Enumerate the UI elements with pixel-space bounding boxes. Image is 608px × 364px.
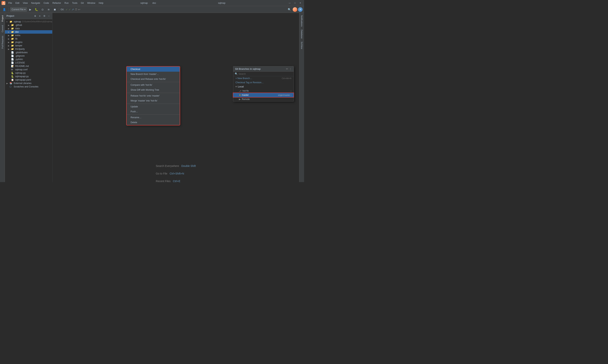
tree-item-label: .gitattributes xyxy=(15,51,27,54)
tree-item-gitattributes[interactable]: 📄 .gitattributes xyxy=(5,51,52,54)
ctx-menu-push[interactable]: Push… xyxy=(127,109,180,114)
git-undo-icon[interactable]: ↩ xyxy=(78,8,80,11)
git-clock-icon[interactable]: ⏱ xyxy=(75,8,77,11)
tree-item-github[interactable]: ▶ 📁 .github xyxy=(5,23,52,27)
debug-button[interactable]: 🐛 xyxy=(34,7,39,12)
tree-root-sqlmap[interactable]: ▾ 📁 sqlmap D:\SystemDefault\Mine\桌面\sqlm… xyxy=(5,20,52,23)
menu-view[interactable]: View xyxy=(21,1,29,5)
menu-code[interactable]: Code xyxy=(42,1,51,5)
menu-run[interactable]: Run xyxy=(63,1,70,5)
tree-item-license[interactable]: 📄 LICENSE xyxy=(5,61,52,65)
run-config-dropdown[interactable]: Current File ▾ xyxy=(10,7,27,12)
git-branches-panel: Git Branches in sqlmap ✏ ⋮ 🔍 + New Branc… xyxy=(233,66,294,102)
tree-item-scratches[interactable]: ⬡ Scratches and Consoles xyxy=(5,85,52,88)
ctx-menu-rebase[interactable]: Rebase 'hot-fix' onto 'master' xyxy=(127,93,180,98)
search-everywhere-shortcut[interactable]: Double Shift xyxy=(181,164,196,168)
expand-icon: ▶ xyxy=(8,31,11,33)
py-icon: 🐍 xyxy=(11,75,14,78)
local-section-header[interactable]: ▾ Local xyxy=(233,85,294,89)
ctx-menu-sep-1 xyxy=(127,82,180,82)
tree-item-label: sqlmap.py xyxy=(15,72,26,74)
notifications-button[interactable]: ! xyxy=(293,7,297,12)
tree-item-gitignore[interactable]: 📄 .gitignore xyxy=(5,54,52,58)
ctx-menu-checkout[interactable]: Checkout xyxy=(127,67,180,72)
tree-item-external-libraries[interactable]: ▶ 📚 External Libraries xyxy=(5,81,52,85)
tree-item-readme[interactable]: 📝 README.md xyxy=(5,65,52,68)
tree-item-label: thirdparty xyxy=(15,48,25,50)
search-everywhere-label: Search Everywhere xyxy=(156,164,179,168)
ctx-menu-checkout-rebase[interactable]: Checkout and Rebase onto 'hot-fix' xyxy=(127,77,180,81)
tree-item-tamper[interactable]: ▶ 📁 tamper xyxy=(5,44,52,47)
tree-item-sqlmap-conf[interactable]: ⚙ sqlmap.conf xyxy=(5,68,52,71)
new-branch-shortcut: Ctrl+Alt+N xyxy=(282,77,291,79)
tree-item-sqlmapapi-py[interactable]: 🐍 sqlmapapi.py xyxy=(5,75,52,78)
stop-button[interactable]: ⏹ xyxy=(52,7,57,12)
welcome-row-goto: Go to File Ctrl+Shift+N xyxy=(156,172,196,175)
git-branches-edit-icon[interactable]: ✏ xyxy=(286,67,288,70)
tree-item-sqlmapapi-yaml[interactable]: 📋 sqlmapapi.yaml xyxy=(5,78,52,81)
project-locate-button[interactable]: ⊕ xyxy=(33,14,37,18)
menu-window[interactable]: Window xyxy=(86,1,97,5)
folder-icon: 📁 xyxy=(11,34,14,37)
menu-tools[interactable]: Tools xyxy=(70,1,79,5)
minimize-button[interactable]: — xyxy=(287,1,292,5)
checkout-tag-action[interactable]: Checkout Tag or Revision… xyxy=(233,80,294,85)
tree-item-doc[interactable]: ▶ 📁 doc xyxy=(5,30,52,34)
menu-file[interactable]: File xyxy=(7,1,13,5)
recent-files-label: Recent Files xyxy=(156,180,171,182)
menu-edit[interactable]: Edit xyxy=(14,1,21,5)
tree-item-extra[interactable]: ▶ 📁 extra xyxy=(5,34,52,37)
tree-item-pylintrc[interactable]: 📄 .pylintrc xyxy=(5,58,52,61)
menu-refactor[interactable]: Refactor xyxy=(51,1,63,5)
coverage-button[interactable]: ⊙ xyxy=(40,7,45,12)
git-search-input[interactable] xyxy=(239,73,292,75)
close-button[interactable]: ✕ xyxy=(298,1,303,5)
tree-item-data[interactable]: ▶ 📁 data xyxy=(5,27,52,30)
remote-section-header[interactable]: ▶ Remote xyxy=(233,97,294,101)
right-tab-database[interactable]: Database xyxy=(300,28,304,40)
menu-git[interactable]: Git xyxy=(79,1,85,5)
search-everywhere-button[interactable]: 🔍 xyxy=(287,7,292,12)
branch-hot-fix[interactable]: ⎇ hot-fix › xyxy=(233,89,294,93)
ctx-menu-compare[interactable]: Compare with 'hot-fix' xyxy=(127,82,180,87)
ctx-menu-show-diff[interactable]: Show Diff with Working Tree xyxy=(127,87,180,92)
git-check2-icon[interactable]: ✓ xyxy=(69,8,71,11)
tree-item-label: Scratches and Consoles xyxy=(14,85,39,88)
right-tab-notifications[interactable]: Notifications xyxy=(300,14,304,28)
project-panel: Project ⊕ ≡ ⚙ − ▾ 📁 sqlmap D:\SystemDefa… xyxy=(5,13,52,182)
ctx-menu-sep-3 xyxy=(127,104,180,104)
menu-help[interactable]: Help xyxy=(97,1,105,5)
run-button[interactable]: ▶ xyxy=(28,7,33,12)
sidebar-tab-pull-requests[interactable]: Pull Requests xyxy=(0,34,4,50)
ctx-menu-update[interactable]: Update xyxy=(127,104,180,109)
menu-navigate[interactable]: Navigate xyxy=(30,1,42,5)
tree-item-lib[interactable]: ▶ 📁 lib xyxy=(5,37,52,40)
goto-file-shortcut[interactable]: Ctrl+Shift+N xyxy=(169,172,184,175)
folder-icon: 📁 xyxy=(11,27,14,30)
ctx-menu-rename[interactable]: Rename… xyxy=(127,115,180,120)
sidebar-tab-commit[interactable]: Commit xyxy=(0,24,4,34)
profile-button[interactable]: ≋ xyxy=(46,7,51,12)
account-button[interactable]: 👤 xyxy=(1,7,7,12)
branch-master[interactable]: ★ master origin/master › xyxy=(233,93,294,97)
expand-icon: ▶ xyxy=(8,34,11,37)
tree-item-plugins[interactable]: ▶ 📁 plugins xyxy=(5,40,52,44)
plugins-button[interactable]: ⚙ xyxy=(298,7,303,12)
project-collapse-button[interactable]: − xyxy=(47,14,51,18)
git-check1-icon[interactable]: ✓ xyxy=(65,8,68,11)
git-arrow-icon[interactable]: ↗ xyxy=(72,8,74,11)
tree-item-label: lib xyxy=(15,38,17,40)
right-tab-sciview[interactable]: SciView xyxy=(300,40,304,51)
project-scroll-button[interactable]: ≡ xyxy=(38,14,42,18)
tree-item-sqlmap-py[interactable]: 🐍 sqlmap.py xyxy=(5,71,52,75)
sidebar-tab-project[interactable]: Project xyxy=(0,14,4,23)
tree-item-thirdparty[interactable]: ▶ 📁 thirdparty xyxy=(5,47,52,51)
ctx-menu-delete[interactable]: Delete xyxy=(127,120,180,125)
git-branches-more-icon[interactable]: ⋮ xyxy=(289,67,292,70)
new-branch-action[interactable]: + New Branch… Ctrl+Alt+N xyxy=(233,76,294,80)
project-options-button[interactable]: ⚙ xyxy=(42,14,46,18)
recent-files-shortcut[interactable]: Ctrl+E xyxy=(173,180,180,182)
ctx-menu-merge[interactable]: Merge 'master' into 'hot-fix' xyxy=(127,98,180,103)
maximize-button[interactable]: □ xyxy=(293,1,297,5)
ctx-menu-new-branch[interactable]: New Branch from 'master'… xyxy=(127,72,180,77)
